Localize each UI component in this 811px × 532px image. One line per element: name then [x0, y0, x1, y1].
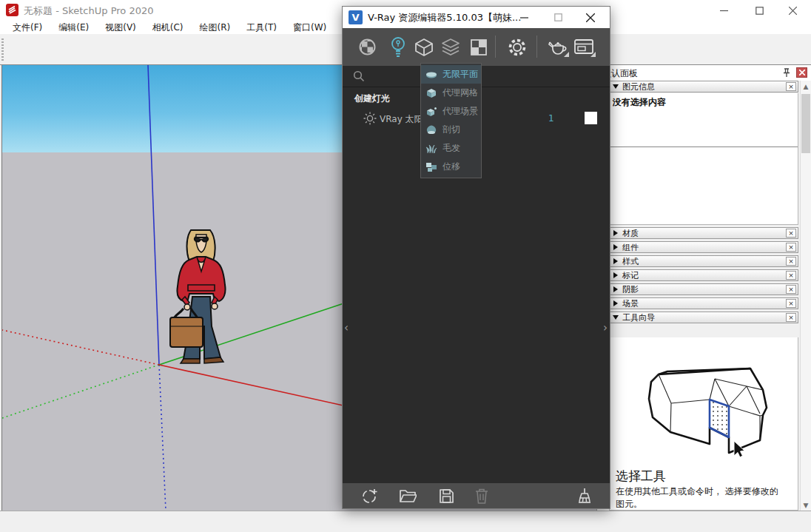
menu-edit[interactable]: 编辑(E) [50, 21, 97, 34]
vray-sun-color-swatch[interactable] [585, 112, 597, 124]
vray-sun-label: VRay 太阳 [380, 113, 423, 126]
scene-layers-tab-icon[interactable] [440, 38, 461, 57]
open-file-icon[interactable] [399, 489, 417, 503]
vray-toolbar-separator [536, 36, 537, 58]
vray-titlebar[interactable]: V V-Ray 资源编辑器5.10.03【萌妹... [343, 7, 610, 28]
divider [610, 147, 798, 147]
toolbar-drag-handle[interactable] [1, 38, 4, 62]
collapse-arrow-icon [613, 315, 619, 320]
menu-item-label: 位移 [442, 161, 460, 173]
collapse-arrow-icon [613, 84, 619, 89]
tray-scrollbar[interactable]: ▲ ▼ [800, 81, 811, 511]
pin-icon[interactable] [782, 68, 791, 78]
left-panel-expander[interactable]: ‹ [344, 321, 349, 334]
section-tags[interactable]: 标记 × [609, 269, 798, 281]
menu-tools[interactable]: 工具(T) [238, 21, 285, 34]
section-styles[interactable]: 样式 × [609, 255, 798, 267]
displacement-icon [425, 162, 437, 172]
geometry-tab-icon[interactable] [414, 37, 434, 58]
vray-toolbar [343, 28, 610, 66]
scroll-thumb[interactable] [801, 94, 810, 153]
menu-item-fur[interactable]: 毛发 [421, 139, 481, 158]
menu-window[interactable]: 窗口(W) [285, 21, 334, 34]
vray-minimize-button[interactable] [511, 7, 536, 28]
section-close-button[interactable]: × [786, 257, 796, 266]
menu-item-displacement[interactable]: 位移 [421, 158, 481, 176]
section-entity-info[interactable]: 图元信息 × [609, 81, 798, 92]
textures-tab-icon[interactable] [470, 38, 488, 56]
instructor-tool-title: 选择工具 [616, 468, 666, 485]
maximize-button[interactable] [742, 0, 776, 21]
person-figure[interactable] [166, 223, 237, 368]
section-materials[interactable]: 材质 × [609, 227, 798, 239]
menu-camera[interactable]: 相机(C) [144, 21, 192, 34]
delete-icon[interactable] [474, 488, 489, 504]
section-label: 标记 [622, 270, 639, 281]
section-label: 材质 [622, 228, 639, 239]
entity-info-body: 没有选择内容 [609, 93, 798, 225]
section-close-button[interactable]: × [786, 229, 796, 238]
section-close-button[interactable]: × [786, 82, 796, 91]
scroll-up-button[interactable]: ▲ [801, 81, 811, 92]
menu-view[interactable]: 视图(V) [97, 21, 144, 34]
vray-bottom-toolbar [343, 483, 610, 508]
select-tool-illustration [623, 343, 782, 462]
section-components[interactable]: 组件 × [609, 241, 798, 253]
expand-arrow-icon [613, 258, 618, 264]
menu-item-clipper[interactable]: 剖切 [421, 121, 481, 139]
lights-tab-icon[interactable] [388, 36, 408, 58]
sun-icon [363, 112, 377, 125]
proxy-mesh-icon [425, 88, 437, 98]
vray-sun-count: 1 [548, 113, 554, 124]
expand-arrow-icon [613, 286, 618, 292]
section-label: 图元信息 [622, 81, 655, 92]
menu-draw[interactable]: 绘图(R) [192, 21, 239, 34]
section-close-button[interactable]: × [786, 313, 796, 322]
materials-tab-icon[interactable] [357, 37, 377, 57]
proxy-scene-icon [425, 107, 437, 117]
tray-close-button[interactable] [796, 67, 807, 78]
expand-arrow-icon [613, 300, 618, 306]
menu-item-infinite-plane[interactable]: 无限平面 [421, 65, 481, 84]
vray-toolbar-separator [495, 36, 496, 58]
save-icon[interactable] [439, 488, 454, 504]
section-label: 样式 [622, 256, 639, 267]
fur-icon [425, 144, 437, 154]
menu-item-proxy-scene[interactable]: 代理场景 [421, 102, 481, 121]
default-tray-panel: 默认面板 图元信息 × 没有选择内容 材质 × 组件 × 样式 × 标记 × [596, 65, 811, 511]
vray-close-button[interactable] [578, 7, 603, 28]
section-scenes[interactable]: 场景 × [609, 297, 798, 309]
close-icon [799, 70, 805, 75]
menu-file[interactable]: 文件(F) [4, 21, 50, 34]
add-asset-icon[interactable] [362, 488, 379, 505]
tray-header[interactable]: 默认面板 [597, 65, 811, 81]
instructor-tool-description: 在使用其他工具或命令时， 选择要修改的图元。 [616, 485, 781, 511]
section-close-button[interactable]: × [786, 243, 796, 252]
section-instructor[interactable]: 工具向导 × [609, 312, 798, 323]
scroll-down-button[interactable]: ▼ [801, 499, 811, 511]
settings-gear-icon[interactable] [507, 37, 528, 58]
close-button[interactable] [775, 0, 810, 21]
section-label: 组件 [622, 242, 639, 253]
frame-buffer-icon[interactable] [573, 37, 596, 58]
vray-maximize-button[interactable] [545, 7, 571, 28]
clipper-icon [425, 125, 437, 135]
section-close-button[interactable]: × [786, 271, 796, 280]
section-close-button[interactable]: × [786, 299, 796, 308]
section-label: 阴影 [622, 284, 639, 295]
statusbar: Done (0.227036 seconds) 数值 [0, 511, 811, 532]
menu-item-label: 无限平面 [442, 68, 478, 81]
expand-arrow-icon [613, 244, 618, 250]
right-panel-expander[interactable]: › [603, 321, 608, 334]
minimize-button[interactable] [707, 0, 741, 21]
section-close-button[interactable]: × [786, 285, 796, 294]
section-label: 场景 [622, 298, 639, 309]
menu-item-label: 代理网格 [442, 87, 478, 99]
render-teapot-icon[interactable] [547, 37, 569, 58]
menu-item-proxy-mesh[interactable]: 代理网格 [421, 84, 481, 102]
create-lights-header: 创建灯光 [354, 92, 390, 105]
menu-item-label: 毛发 [442, 142, 460, 155]
section-label: 工具向导 [622, 312, 655, 323]
purge-broom-icon[interactable] [576, 488, 593, 504]
section-shadows[interactable]: 阴影 × [609, 283, 798, 295]
